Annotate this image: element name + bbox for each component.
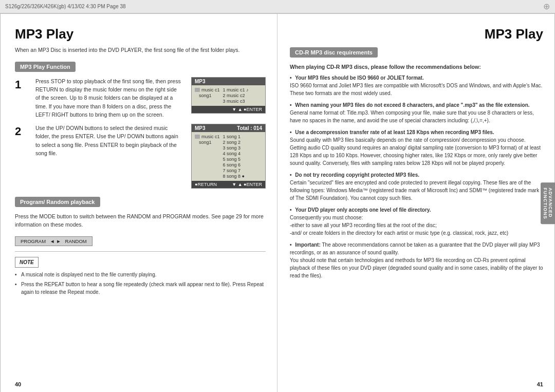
bullet-heading-5: Important:: [295, 242, 322, 248]
bullet-body-3: Certain "securized" files are encrypted …: [290, 180, 539, 201]
screen1-folder-2: song1: [199, 93, 220, 98]
advanced-functions-tab: ADVANCEDFUNCTIONS: [541, 182, 555, 225]
s2-track8: 8 song 8 ●: [223, 174, 245, 179]
screen2-footer: ●RETURN ▼ ▲ ●ENTER: [192, 181, 265, 188]
screen2-tracks: 1 song 1 2 song 2 3 song 3 4 song 4 5 so…: [223, 134, 245, 179]
track2: 2 music c2: [223, 93, 249, 98]
bullet-dot-3: •: [290, 172, 292, 178]
advanced-tab-text: ADVANCEDFUNCTIONS: [543, 188, 553, 219]
step2-area: 2 Use the UP/ DOWN buttons to select the…: [15, 124, 266, 192]
bullet-dot-2: •: [290, 129, 292, 135]
bullet-item-3: • Do not try recording copyright protect…: [290, 171, 543, 202]
screen2-return: ●RETURN: [195, 182, 217, 187]
random-text: RANDOM: [65, 238, 87, 244]
step1-number: 1: [15, 78, 26, 119]
notes-list: A musical note is displayed next to the …: [15, 271, 266, 296]
step2-text: Use the UP/ DOWN buttons to select the d…: [35, 124, 181, 157]
screen-mockup-1: MP3 music c1 song1: [186, 77, 266, 119]
screen2-enter: ▼ ▲ ●ENTER: [232, 182, 262, 187]
screen1-folders: music c1 song1: [195, 87, 220, 104]
crosshair-icon: ⊕: [543, 2, 550, 11]
bullet-body-2: Sound quality with MP3 files basically d…: [290, 137, 541, 166]
cd-r-bullets: • Your MP3 files should be ISO 9660 or J…: [290, 74, 543, 279]
s2-track2: 2 song 2: [223, 140, 245, 145]
mp3-function-label: MP3 Play Function: [15, 62, 76, 72]
mp3-function-section: MP3 Play Function 1 Press STOP to stop p…: [15, 62, 266, 192]
bullet-heading-0: Your MP3 files should be ISO 9660 or JOL…: [295, 75, 423, 81]
program-random-label: Program/ Random playback: [15, 197, 100, 207]
bullet-body-0: ISO 9660 format and Joliet MP3 files are…: [290, 83, 542, 96]
screen2-title: MP3: [195, 125, 206, 131]
bullet-item-5: • Important: The above recommendations c…: [290, 241, 543, 279]
step1-area: 1 Press STOP to stop playback of the fir…: [15, 77, 266, 119]
bullet-dot-4: •: [290, 207, 292, 213]
header-text: S126g/226/326K/426K(gb) 4/13/02 4:30 PM …: [5, 4, 126, 9]
s2-folder1-label: music c1: [201, 134, 220, 139]
bullet-item-1: • When naming your MP3 files do not exce…: [290, 101, 543, 124]
folder-icon-2: [195, 135, 200, 139]
left-column: MP3 Play When an MP3 Disc is inserted in…: [1, 14, 278, 392]
folder1-label: music c1: [201, 87, 220, 92]
step2-number: 2: [15, 125, 26, 192]
screen1-title-bar: MP3: [192, 78, 265, 85]
folder-icon-1: [195, 88, 200, 92]
s2-track1: 1 song 1: [223, 134, 245, 139]
bullet-heading-2: Use a decompression transfer rate of at …: [295, 129, 494, 135]
note-section: NOTE A musical note is displayed next to…: [15, 257, 266, 296]
s2-track5: 5 song 5: [223, 157, 245, 162]
program-random-section: Program/ Random playback Press the MODE …: [15, 197, 266, 246]
bullet-body-1: General name format of: Title.mp3. When …: [290, 110, 534, 123]
program-random-text: Press the MODE button to switch between …: [15, 212, 266, 229]
divider-1: [15, 251, 266, 252]
bullet-item-0: • Your MP3 files should be ISO 9660 or J…: [290, 74, 543, 97]
step1-text: Press STOP to stop playback of the first…: [35, 77, 181, 119]
screen2-folder-2: song1: [199, 140, 220, 145]
bullet-dot-5: •: [290, 242, 292, 248]
note-item-2: Press the REPEAT button to hear a song f…: [15, 281, 266, 296]
bullet-heading-1: When naming your MP3 files do not exceed…: [295, 102, 529, 108]
folder2-label: song1: [199, 93, 212, 98]
screen1-footer: ▼ ▲ ●ENTER: [192, 106, 265, 113]
bullet-dot-0: •: [290, 75, 292, 81]
track3: 3 music c3: [223, 99, 249, 104]
step2-content: Use the UP/ DOWN buttons to select the d…: [35, 124, 181, 192]
note-label: NOTE: [15, 257, 39, 268]
right-column: MP3 Play CD-R MP3 disc requirements When…: [278, 14, 554, 392]
screen1-enter: ▼ ▲ ●ENTER: [232, 107, 262, 112]
bullet-item-2: • Use a decompression transfer rate of a…: [290, 128, 543, 167]
header-bar: S126g/226/326K/426K(gb) 4/13/02 4:30 PM …: [0, 0, 555, 13]
left-page-title: MP3 Play: [15, 26, 266, 42]
s2-track3: 3 song 3: [223, 145, 245, 151]
screen2-folders: music c1 song1: [195, 134, 220, 145]
s2-track6: 6 song 6: [223, 162, 245, 167]
prog-arrows: ◄ ►: [50, 238, 61, 244]
s2-track7: 7 song 7: [223, 168, 245, 173]
screen-mockup-2: MP3 Total : 014 music c1 song1: [186, 124, 266, 192]
screen1-folder-1: music c1: [195, 87, 220, 92]
program-text: PROGRAM: [21, 238, 46, 244]
screen2-title-bar: MP3 Total : 014: [192, 124, 265, 132]
screen1-tracks: 1 music c1 ♪ 2 music c2 3 music c3: [223, 87, 249, 104]
screen2-body: music c1 song1 1 song 1 2 song 2 3 song …: [192, 132, 265, 181]
bullet-heading-4: Your DVD player only accepts one level o…: [295, 207, 431, 213]
screen1-body: music c1 song1 1 music c1 ♪ 2 music c2 3…: [192, 85, 265, 106]
track1: 1 music c1 ♪: [223, 87, 249, 92]
page-number-left: 40: [15, 381, 21, 387]
note-item-1: A musical note is displayed next to the …: [15, 271, 266, 278]
intro-text: When an MP3 Disc is inserted into the DV…: [15, 46, 266, 54]
cd-r-subheading: When playing CD-R MP3 discs, please foll…: [290, 64, 543, 70]
s2-track4: 4 song 4: [223, 151, 245, 156]
bullet-heading-3: Do not try recording copyright protected…: [295, 172, 419, 178]
screen2-total: Total : 014: [237, 125, 262, 131]
mp3-screen-2: MP3 Total : 014 music c1 song1: [191, 124, 266, 189]
screen2-folder-1: music c1: [195, 134, 220, 139]
bullet-body-5: The above recommendations cannot be take…: [290, 242, 543, 278]
bullet-dot-1: •: [290, 102, 292, 108]
mp3-screen-1: MP3 music c1 song1: [191, 77, 266, 114]
bullet-item-4: • Your DVD player only accepts one level…: [290, 206, 543, 237]
step1-content: Press STOP to stop playback of the first…: [35, 77, 181, 119]
s2-folder2-label: song1: [199, 140, 212, 145]
page-wrapper: MP3 Play When an MP3 Disc is inserted in…: [0, 13, 555, 392]
cd-r-label: CD-R MP3 disc requirements: [290, 47, 378, 58]
prog-random-bar: PROGRAM ◄ ► RANDOM: [15, 236, 92, 246]
